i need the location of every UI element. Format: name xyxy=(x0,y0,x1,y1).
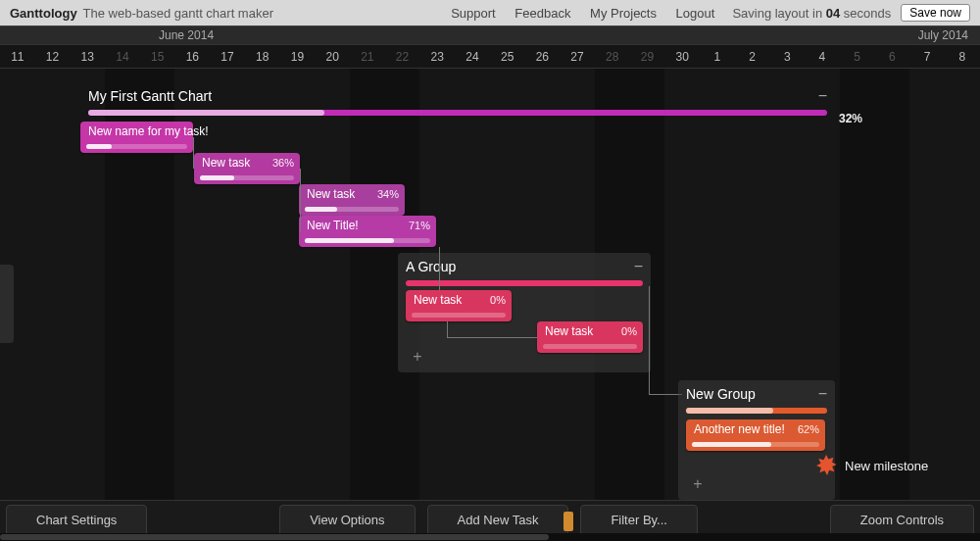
left-drawer-handle[interactable] xyxy=(0,265,14,343)
top-bar: Ganttology The web-based gantt chart mak… xyxy=(0,0,980,25)
day-column: 21 xyxy=(350,45,385,69)
collapse-icon[interactable]: − xyxy=(634,258,643,275)
project-group[interactable]: My First Gantt Chart − 32% xyxy=(80,82,835,122)
brand: Ganttology xyxy=(10,6,77,21)
link-logout[interactable]: Logout xyxy=(676,6,715,21)
day-column: 27 xyxy=(560,45,595,69)
dependency-connector xyxy=(300,169,301,231)
day-column: 7 xyxy=(909,45,945,69)
chart-settings-button[interactable]: Chart Settings xyxy=(6,505,147,534)
day-column: 25 xyxy=(490,45,525,69)
task-bar[interactable]: New task 0% xyxy=(537,321,643,353)
dependency-connector xyxy=(447,321,448,337)
link-my-projects[interactable]: My Projects xyxy=(590,6,657,21)
collapse-icon[interactable]: − xyxy=(818,385,827,403)
dependency-connector xyxy=(439,247,440,290)
task-bar[interactable]: Another new title! 62% xyxy=(686,419,825,451)
task-bar[interactable]: New task 36% xyxy=(194,153,300,184)
project-percent: 32% xyxy=(839,112,862,125)
day-column: 1 xyxy=(700,45,735,69)
task-bar[interactable]: New Title! 71% xyxy=(299,216,436,247)
task-percent: 36% xyxy=(272,157,294,169)
filter-by-button[interactable]: Filter By... xyxy=(580,505,698,534)
day-column: 6 xyxy=(875,45,910,69)
link-support[interactable]: Support xyxy=(451,6,496,21)
day-column: 19 xyxy=(280,45,316,69)
day-column: 15 xyxy=(140,45,175,69)
bottom-toolbar: Chart Settings View Options Add New Task… xyxy=(0,500,980,541)
day-column: 22 xyxy=(385,45,420,69)
add-task-button[interactable]: + xyxy=(688,474,708,494)
task-percent: 0% xyxy=(490,294,506,306)
save-status-prefix: Saving layout in xyxy=(732,6,825,21)
day-column: 8 xyxy=(945,45,980,69)
scrollbar-thumb[interactable] xyxy=(0,534,549,540)
day-column: 29 xyxy=(630,45,665,69)
day-column: 14 xyxy=(105,45,140,69)
month-strip: June 2014 July 2014 xyxy=(0,25,980,45)
weekend-band xyxy=(840,69,909,500)
zoom-controls-button[interactable]: Zoom Controls xyxy=(830,505,974,534)
day-column: 5 xyxy=(840,45,875,69)
month-right: July 2014 xyxy=(918,28,968,42)
save-now-button[interactable]: Save now xyxy=(901,4,970,22)
task-percent: 34% xyxy=(377,188,399,200)
top-links: Support Feedback My Projects Logout xyxy=(443,6,722,21)
day-column: 2 xyxy=(735,45,770,69)
milestone-star-icon xyxy=(815,455,837,476)
task-bar[interactable]: New task 0% xyxy=(406,290,512,321)
day-column: 13 xyxy=(70,45,105,69)
day-column: 16 xyxy=(175,45,211,69)
day-column: 4 xyxy=(805,45,840,69)
day-column: 28 xyxy=(595,45,630,69)
day-column: 20 xyxy=(315,45,350,69)
dependency-connector xyxy=(649,286,650,394)
task-label: New name for my task! xyxy=(88,124,187,138)
task-percent: 0% xyxy=(621,325,637,337)
day-column: 11 xyxy=(0,45,35,69)
add-new-task-button[interactable]: Add New Task xyxy=(427,505,569,534)
day-column: 23 xyxy=(419,45,455,69)
dependency-connector xyxy=(649,394,682,395)
dependency-connector xyxy=(447,337,537,338)
dependency-connector xyxy=(193,137,194,169)
save-status-suffix: seconds xyxy=(840,6,891,21)
chart-area[interactable]: My First Gantt Chart − 32% New name for … xyxy=(0,69,980,500)
task-percent: 62% xyxy=(798,423,819,435)
day-column: 24 xyxy=(455,45,490,69)
milestone-label: New milestone xyxy=(845,459,928,473)
group-title[interactable]: New Group xyxy=(686,386,810,402)
task-bar[interactable]: New task 34% xyxy=(299,184,405,216)
link-feedback[interactable]: Feedback xyxy=(514,6,570,21)
day-column: 18 xyxy=(245,45,280,69)
dependency-connector xyxy=(300,231,301,232)
add-task-button[interactable]: + xyxy=(408,347,427,367)
month-left: June 2014 xyxy=(159,28,214,42)
save-status-seconds: 04 xyxy=(826,6,840,21)
day-column: 30 xyxy=(664,45,700,69)
day-column: 12 xyxy=(35,45,71,69)
mini-marker xyxy=(564,512,573,531)
day-column: 17 xyxy=(210,45,245,69)
view-options-button[interactable]: View Options xyxy=(279,505,415,534)
collapse-icon[interactable]: − xyxy=(818,87,827,105)
project-title[interactable]: My First Gantt Chart xyxy=(88,88,810,104)
save-status: Saving layout in 04 seconds xyxy=(732,6,891,21)
task-percent: 71% xyxy=(409,220,430,231)
tagline: The web-based gantt chart maker xyxy=(83,6,273,21)
milestone[interactable]: New milestone xyxy=(815,455,928,476)
task-bar[interactable]: New name for my task! xyxy=(80,122,193,153)
day-axis: 1112131415161718192021222324252627282930… xyxy=(0,45,980,69)
horizontal-scrollbar[interactable] xyxy=(0,533,980,541)
day-column: 26 xyxy=(525,45,561,69)
day-column: 3 xyxy=(769,45,805,69)
